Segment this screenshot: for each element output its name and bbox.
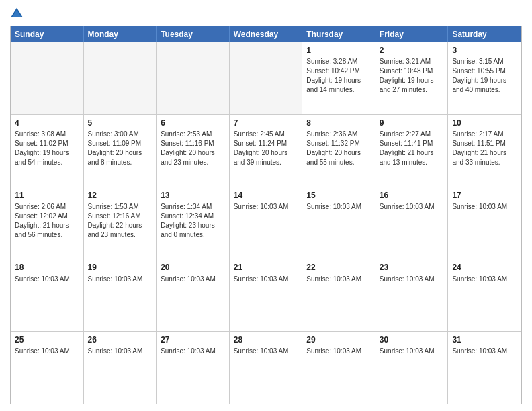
day-number: 1 <box>306 45 371 56</box>
calendar-row-4: 18Sunrise: 10:03 AM19Sunrise: 10:03 AM20… <box>11 259 521 331</box>
day-info: Sunrise: 2:45 AM Sunset: 11:24 PM Daylig… <box>234 130 298 167</box>
header <box>10 7 522 20</box>
calendar-header: SundayMondayTuesdayWednesdayThursdayFrid… <box>11 26 521 42</box>
calendar-cell: 24Sunrise: 10:03 AM <box>448 259 521 331</box>
calendar-cell: 13Sunrise: 1:34 AM Sunset: 12:34 AM Dayl… <box>157 187 230 259</box>
calendar-body: 1Sunrise: 3:28 AM Sunset: 10:42 PM Dayli… <box>11 42 521 404</box>
day-number: 13 <box>161 190 225 201</box>
calendar-cell: 27Sunrise: 10:03 AM <box>157 332 230 404</box>
calendar-cell: 26Sunrise: 10:03 AM <box>84 332 157 404</box>
day-number: 29 <box>306 334 371 345</box>
day-info: Sunrise: 10:03 AM <box>15 275 79 284</box>
day-info: Sunrise: 3:00 AM Sunset: 11:09 PM Daylig… <box>88 130 152 167</box>
day-number: 25 <box>15 334 79 345</box>
calendar-cell <box>157 42 230 114</box>
day-info: Sunrise: 10:03 AM <box>234 202 298 212</box>
calendar-cell: 9Sunrise: 2:27 AM Sunset: 11:41 PM Dayli… <box>375 115 449 187</box>
day-number: 23 <box>380 262 444 273</box>
day-info: Sunrise: 3:15 AM Sunset: 10:55 PM Daylig… <box>452 57 517 95</box>
day-number: 11 <box>15 190 79 201</box>
header-day-sunday: Sunday <box>11 26 84 42</box>
day-number: 17 <box>452 190 517 201</box>
calendar-cell <box>11 42 84 114</box>
day-number: 31 <box>452 334 517 345</box>
day-number: 2 <box>380 45 444 56</box>
calendar-cell: 5Sunrise: 3:00 AM Sunset: 11:09 PM Dayli… <box>84 115 157 187</box>
calendar-cell: 29Sunrise: 10:03 AM <box>302 332 375 404</box>
header-day-thursday: Thursday <box>302 26 375 42</box>
day-info: Sunrise: 10:03 AM <box>161 347 225 356</box>
day-info: Sunrise: 1:34 AM Sunset: 12:34 AM Daylig… <box>161 202 225 240</box>
calendar-row-3: 11Sunrise: 2:06 AM Sunset: 12:02 AM Dayl… <box>11 187 521 259</box>
day-number: 6 <box>161 118 225 128</box>
day-info: Sunrise: 3:08 AM Sunset: 11:02 PM Daylig… <box>15 130 79 167</box>
header-day-saturday: Saturday <box>448 26 521 42</box>
day-info: Sunrise: 2:27 AM Sunset: 11:41 PM Daylig… <box>380 130 444 167</box>
calendar-cell: 21Sunrise: 10:03 AM <box>230 259 303 331</box>
day-number: 27 <box>161 334 225 345</box>
day-info: Sunrise: 10:03 AM <box>380 202 444 212</box>
page: SundayMondayTuesdayWednesdayThursdayFrid… <box>0 0 532 411</box>
day-info: Sunrise: 10:03 AM <box>452 275 517 284</box>
day-info: Sunrise: 2:06 AM Sunset: 12:02 AM Daylig… <box>15 202 79 240</box>
day-number: 16 <box>380 190 444 201</box>
day-info: Sunrise: 10:03 AM <box>161 275 225 284</box>
day-info: Sunrise: 2:36 AM Sunset: 11:32 PM Daylig… <box>306 130 371 167</box>
day-number: 12 <box>88 190 152 201</box>
logo-icon <box>10 7 24 20</box>
day-info: Sunrise: 10:03 AM <box>380 347 444 356</box>
calendar-cell: 2Sunrise: 3:21 AM Sunset: 10:48 PM Dayli… <box>375 42 449 114</box>
calendar-cell: 25Sunrise: 10:03 AM <box>11 332 84 404</box>
day-number: 7 <box>234 118 298 128</box>
day-number: 8 <box>306 118 371 128</box>
calendar-cell: 1Sunrise: 3:28 AM Sunset: 10:42 PM Dayli… <box>302 42 375 114</box>
calendar-cell: 6Sunrise: 2:53 AM Sunset: 11:16 PM Dayli… <box>157 115 230 187</box>
header-day-wednesday: Wednesday <box>230 26 303 42</box>
calendar-cell: 12Sunrise: 1:53 AM Sunset: 12:16 AM Dayl… <box>84 187 157 259</box>
day-info: Sunrise: 3:21 AM Sunset: 10:48 PM Daylig… <box>380 57 444 95</box>
day-info: Sunrise: 10:03 AM <box>380 275 444 284</box>
day-info: Sunrise: 10:03 AM <box>452 347 517 356</box>
day-number: 22 <box>306 262 371 273</box>
day-number: 5 <box>88 118 152 128</box>
calendar-cell: 18Sunrise: 10:03 AM <box>11 259 84 331</box>
calendar-row-5: 25Sunrise: 10:03 AM26Sunrise: 10:03 AM27… <box>11 331 521 404</box>
day-number: 26 <box>88 334 152 345</box>
calendar-cell: 4Sunrise: 3:08 AM Sunset: 11:02 PM Dayli… <box>11 115 84 187</box>
day-info: Sunrise: 10:03 AM <box>306 202 371 212</box>
day-number: 9 <box>380 118 444 128</box>
day-info: Sunrise: 10:03 AM <box>88 347 152 356</box>
calendar-cell: 10Sunrise: 2:17 AM Sunset: 11:51 PM Dayl… <box>448 115 521 187</box>
day-info: Sunrise: 10:03 AM <box>88 275 152 284</box>
day-info: Sunrise: 10:03 AM <box>15 347 79 356</box>
calendar-cell <box>84 42 157 114</box>
calendar-cell: 15Sunrise: 10:03 AM <box>302 187 375 259</box>
calendar-cell: 28Sunrise: 10:03 AM <box>230 332 303 404</box>
calendar-cell: 23Sunrise: 10:03 AM <box>375 259 449 331</box>
calendar-cell: 8Sunrise: 2:36 AM Sunset: 11:32 PM Dayli… <box>302 115 375 187</box>
calendar-row-1: 1Sunrise: 3:28 AM Sunset: 10:42 PM Dayli… <box>11 42 521 114</box>
day-number: 4 <box>15 118 79 128</box>
day-info: Sunrise: 1:53 AM Sunset: 12:16 AM Daylig… <box>88 202 152 240</box>
calendar-cell: 11Sunrise: 2:06 AM Sunset: 12:02 AM Dayl… <box>11 187 84 259</box>
calendar-cell: 19Sunrise: 10:03 AM <box>84 259 157 331</box>
calendar-cell: 3Sunrise: 3:15 AM Sunset: 10:55 PM Dayli… <box>448 42 521 114</box>
day-info: Sunrise: 2:17 AM Sunset: 11:51 PM Daylig… <box>452 130 517 167</box>
day-number: 18 <box>15 262 79 273</box>
header-day-tuesday: Tuesday <box>157 26 230 42</box>
calendar-cell: 22Sunrise: 10:03 AM <box>302 259 375 331</box>
calendar-cell: 20Sunrise: 10:03 AM <box>157 259 230 331</box>
calendar-cell: 30Sunrise: 10:03 AM <box>375 332 449 404</box>
day-info: Sunrise: 10:03 AM <box>306 275 371 284</box>
day-number: 30 <box>380 334 444 345</box>
day-number: 14 <box>234 190 298 201</box>
day-info: Sunrise: 10:03 AM <box>452 202 517 212</box>
header-day-monday: Monday <box>84 26 157 42</box>
calendar-cell: 14Sunrise: 10:03 AM <box>230 187 303 259</box>
day-number: 20 <box>161 262 225 273</box>
calendar-cell: 16Sunrise: 10:03 AM <box>375 187 449 259</box>
day-number: 10 <box>452 118 517 128</box>
header-day-friday: Friday <box>375 26 449 42</box>
calendar-cell <box>230 42 303 114</box>
day-info: Sunrise: 2:53 AM Sunset: 11:16 PM Daylig… <box>161 130 225 167</box>
